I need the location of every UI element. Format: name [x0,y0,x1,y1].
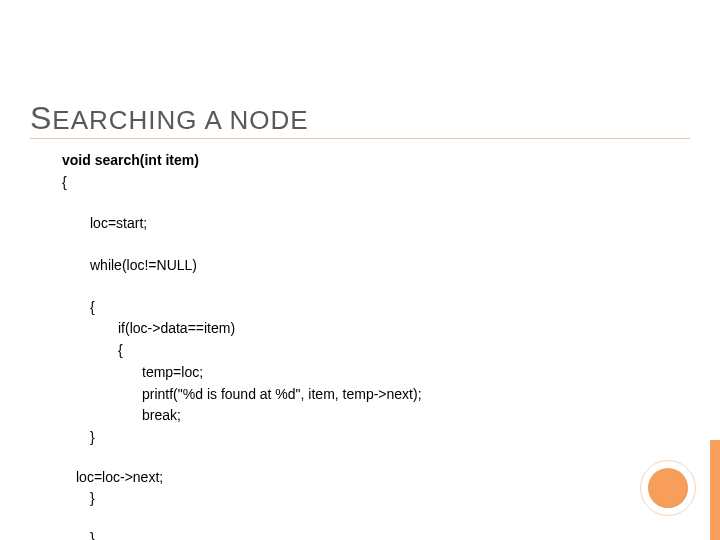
title-word-1: EARCHING [52,105,197,135]
code-line-while: while(loc!=NULL) [90,255,662,277]
decorative-circle-inner [648,468,688,508]
title-word-2: NODE [230,105,309,135]
code-line-locnext: loc=loc->next; [76,467,662,489]
code-line-if-open: { [118,340,662,362]
slide-title: SEARCHING A NODE [30,100,309,137]
code-line-while-open: { [90,297,662,319]
title-mid: A [198,105,230,135]
title-underline [30,138,690,139]
code-line-loc-start: loc=start; [90,213,662,235]
code-signature: void search(int item) [62,150,662,172]
code-line-printf: printf("%d is found at %d", item, temp->… [142,384,662,406]
slide: SEARCHING A NODE void search(int item) {… [0,0,720,540]
code-close-func: } [90,528,662,540]
code-open-brace: { [62,172,662,194]
code-close-inner: } [90,427,662,449]
code-line-break: break; [142,405,662,427]
code-line-if: if(loc->data==item) [118,318,662,340]
decorative-side-bar [710,440,720,540]
code-body: void search(int item) { loc=start; while… [62,150,662,540]
decorative-circle [640,460,696,516]
title-cap-1: S [30,100,52,136]
code-line-temp: temp=loc; [142,362,662,384]
code-close-while: } [90,488,662,510]
